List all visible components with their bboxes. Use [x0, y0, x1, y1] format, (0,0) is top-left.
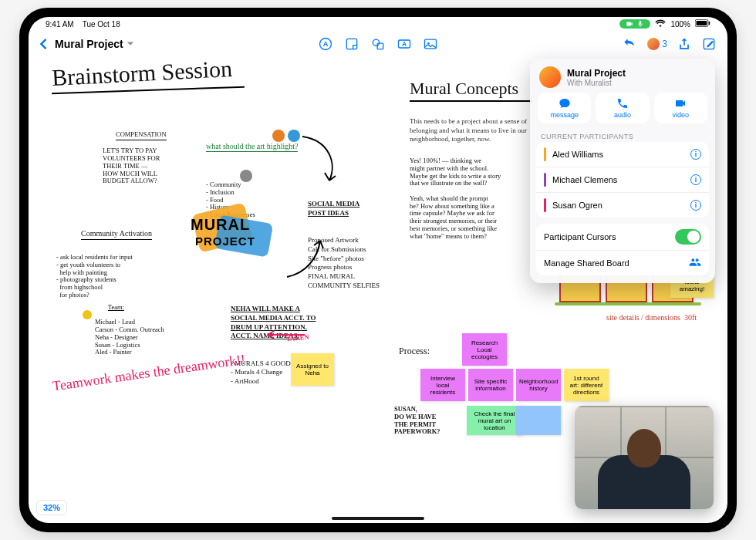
facetime-pip[interactable]: [575, 406, 714, 509]
compensation-head: COMPENSATION: [116, 131, 167, 140]
mural-logo-line1: MURAL: [191, 218, 250, 231]
team-body: Michael - Lead Carson - Comm. Outreach N…: [95, 319, 218, 356]
textbox-tool[interactable]: A: [397, 36, 412, 52]
svg-rect-2: [709, 22, 710, 25]
battery-label: 100%: [670, 20, 690, 29]
media-tool[interactable]: [423, 36, 438, 52]
participant-name: Michael Clemens: [552, 175, 617, 184]
compose-button[interactable]: [701, 36, 717, 52]
popover-message-button[interactable]: message: [538, 93, 591, 123]
share-button[interactable]: [677, 36, 692, 52]
manage-shared-row[interactable]: Manage Shared Board: [536, 251, 709, 275]
site-note: site details / dimensions 30ft: [606, 313, 697, 322]
zoom-value: 32%: [43, 503, 60, 512]
camera-active-pill[interactable]: [619, 19, 650, 29]
avatar-icon: [646, 37, 660, 51]
participant-name: Susan Ogren: [552, 201, 602, 210]
sticky-interview[interactable]: Interview local residents: [420, 369, 465, 401]
shapes-tool[interactable]: [370, 36, 386, 52]
participant-cursors-label: Participant Cursors: [544, 232, 616, 241]
globe-icon: [240, 170, 252, 182]
cursors-toggle[interactable]: [675, 229, 701, 245]
arrow-2: [283, 235, 329, 281]
svg-rect-1: [697, 21, 707, 25]
back-button[interactable]: [39, 39, 47, 49]
info-icon[interactable]: i: [690, 174, 701, 185]
svg-point-6: [373, 39, 379, 46]
compensation-body: LET'S TRY TO PAY VOLUNTEERS FOR THEIR TI…: [103, 147, 195, 185]
popover-message-label: message: [550, 111, 579, 119]
sticky-firstround[interactable]: 1st round art: different directions: [564, 369, 609, 401]
mic-icon: [636, 20, 644, 28]
status-time: 9:41 AM: [46, 20, 74, 29]
message-icon: [559, 97, 571, 110]
zoom-badge[interactable]: 32%: [36, 500, 67, 515]
sticky-assigned-text: Assigned to Neha: [295, 363, 329, 376]
popover-avatar: [539, 66, 561, 88]
sticky-hist-text: Neighborhood history: [519, 378, 558, 392]
participant-color: [544, 147, 546, 161]
board-title[interactable]: Mural Project: [55, 38, 134, 50]
home-indicator[interactable]: [332, 517, 424, 520]
highlight-head: what should the art highlight?: [206, 142, 298, 152]
wifi-icon: [655, 19, 666, 29]
team-head: Team:: [108, 303, 124, 311]
pink-arrow: [260, 329, 306, 341]
pip-person: [598, 424, 690, 509]
heading-brainstorm: Brainstorm Session: [51, 56, 233, 91]
popover-audio-button[interactable]: audio: [596, 93, 649, 123]
fist-icon-orange: [272, 130, 285, 142]
participant-cursors-row[interactable]: Participant Cursors: [536, 224, 709, 251]
board-title-text: Mural Project: [55, 38, 123, 50]
text-style-tool[interactable]: A: [318, 36, 333, 52]
participant-color: [544, 198, 546, 212]
svg-text:A: A: [323, 40, 329, 48]
sticky-round-text: 1st round art: different directions: [569, 375, 604, 396]
sticky-blank-blue[interactable]: [516, 406, 561, 435]
video-icon: [674, 97, 687, 110]
status-date: Tue Oct 18: [83, 20, 120, 29]
manage-shared-label: Manage Shared Board: [544, 258, 629, 268]
popover-video-button[interactable]: video: [654, 93, 707, 123]
sticky-research[interactable]: Research Local ecologies: [462, 333, 507, 366]
concepts-underline: [410, 100, 533, 102]
participants-section-label: CURRENT PARTICIPANTS: [530, 130, 715, 142]
svg-rect-7: [377, 43, 383, 49]
community-head: Community Activation: [81, 229, 152, 240]
sticky-assigned[interactable]: Assigned to Neha: [291, 353, 334, 386]
info-icon[interactable]: i: [690, 200, 701, 211]
undo-button[interactable]: [622, 36, 637, 52]
sticky-sitespecific[interactable]: Site specific information: [468, 369, 513, 401]
svg-text:A: A: [402, 40, 407, 48]
popover-audio-label: audio: [614, 111, 631, 119]
app-toolbar: Mural Project A A 3: [29, 31, 727, 57]
people-icon: [689, 256, 701, 270]
sticky-check-text: Check the final mural art on location: [471, 410, 518, 431]
popover-video-label: video: [673, 111, 690, 119]
sticky-checkfinal[interactable]: Check the final mural art on location: [467, 406, 522, 435]
sticky-interview-text: Interview local residents: [425, 375, 461, 396]
susan-note: SUSAN, DO WE HAVE THE PERMIT PAPERWORK?: [394, 406, 464, 436]
ipad-frame: 9:41 AM Tue Oct 18 100%: [19, 8, 737, 532]
sticky-research-text: Research Local ecologies: [467, 339, 502, 360]
arrow-1: [299, 133, 345, 187]
popover-subtitle: With Muralist: [567, 79, 626, 87]
participant-row[interactable]: Susan Ogren i: [536, 193, 709, 218]
mural-logo: MURAL PROJECT: [191, 211, 283, 265]
sticky-note-tool[interactable]: [344, 36, 359, 52]
participant-color: [544, 173, 546, 187]
participant-row[interactable]: Aled Williams i: [536, 142, 709, 167]
info-icon[interactable]: i: [690, 149, 701, 160]
chevron-left-icon: [39, 39, 47, 49]
battery-icon: [695, 19, 710, 29]
phone-icon: [616, 97, 629, 110]
screen: 9:41 AM Tue Oct 18 100%: [29, 17, 727, 523]
process-head: Process:: [399, 346, 430, 356]
participant-row[interactable]: Michael Clemens i: [536, 167, 709, 193]
smiley-icon: [83, 310, 92, 319]
participant-name: Aled Williams: [552, 150, 603, 159]
sticky-history[interactable]: Neighborhood history: [516, 369, 561, 401]
collaborators-button[interactable]: 3: [646, 37, 667, 51]
community-body: - ask local residents for input - get yo…: [56, 254, 187, 299]
status-bar: 9:41 AM Tue Oct 18 100%: [29, 17, 727, 31]
